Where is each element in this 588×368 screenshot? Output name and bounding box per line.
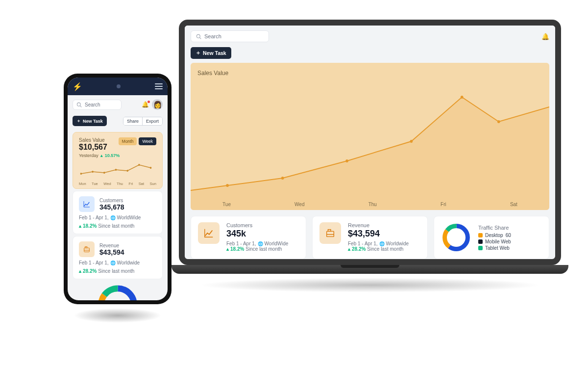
- phone-topbar: Search 🔔 👩: [68, 95, 168, 114]
- svg-rect-25: [85, 247, 87, 248]
- revenue-card: Revenue $43,594 Feb 1 - Apr 1, 🌐 Worldwi…: [312, 216, 428, 259]
- caret-up-icon: ▴: [226, 246, 229, 252]
- svg-point-0: [196, 34, 200, 38]
- bolt-icon: ⚡: [73, 82, 82, 91]
- scope-text: WorldWide: [265, 241, 289, 246]
- chart-line-icon: [203, 228, 214, 238]
- bell-icon[interactable]: 🔔: [142, 101, 149, 108]
- avatar[interactable]: 👩: [152, 99, 163, 110]
- customers-icon: [79, 196, 95, 212]
- legend-label: Mobile Web: [485, 239, 511, 244]
- traffic-share-label: Traffic Share: [478, 225, 511, 231]
- share-export-group: Share Export: [123, 117, 163, 126]
- svg-point-22: [138, 164, 140, 166]
- svg-point-7: [497, 120, 500, 123]
- svg-point-5: [410, 140, 413, 143]
- svg-line-1: [200, 37, 201, 39]
- period-text: Feb 1 - Apr 1,: [79, 215, 109, 220]
- xaxis-label: Thu: [368, 202, 377, 207]
- new-task-button[interactable]: ＋ New Task: [73, 116, 107, 126]
- sales-value-chart: Sales Value Tue Wed Thu Fri Sat: [191, 63, 549, 210]
- share-button[interactable]: Share: [123, 117, 142, 125]
- svg-point-15: [77, 103, 80, 106]
- revenue-value: $43,594: [99, 248, 124, 256]
- new-task-label: New Task: [83, 119, 103, 124]
- svg-rect-8: [327, 231, 334, 237]
- customers-label: Customers: [226, 222, 288, 228]
- search-icon: [76, 102, 82, 107]
- xaxis-label: Tue: [222, 202, 231, 207]
- sales-value-card: Sales Value $10,567 Month Week Yesterday…: [73, 132, 163, 189]
- svg-point-17: [80, 173, 82, 175]
- revenue-label: Revenue: [348, 222, 409, 228]
- search-input[interactable]: Search: [191, 30, 269, 42]
- phone-mockup: ⚡ Search 🔔 👩 ＋ New Task Share Export: [64, 74, 172, 304]
- cash-register-icon: [325, 228, 336, 238]
- phone-header: ⚡: [68, 78, 168, 95]
- traffic-donut-partial: [68, 281, 168, 300]
- new-task-button[interactable]: ＋ New Task: [191, 47, 231, 59]
- svg-point-21: [126, 170, 128, 172]
- legend-swatch: [478, 233, 483, 237]
- legend-value: 60: [506, 233, 511, 238]
- day-label: Sun: [150, 182, 156, 186]
- customers-value: 345k: [226, 229, 288, 239]
- day-label: Sat: [139, 182, 144, 186]
- stat-row: Customers 345k Feb 1 - Apr 1, 🌐 WorldWid…: [185, 210, 555, 265]
- revenue-icon: [319, 222, 341, 244]
- day-label: Wed: [103, 182, 111, 186]
- customers-value: 345,678: [99, 203, 124, 211]
- caret-up-icon: ▴: [79, 223, 81, 229]
- scope-text: Worldwide: [386, 241, 409, 246]
- globe-icon: 🌐: [110, 261, 116, 265]
- day-label: Fri: [129, 182, 133, 186]
- search-placeholder: Search: [85, 102, 100, 107]
- legend-label: Tablet Web: [485, 245, 510, 251]
- search-icon: [196, 34, 201, 39]
- delta-text: 18.2%: [230, 246, 244, 252]
- svg-rect-9: [328, 230, 331, 232]
- new-task-label: New Task: [203, 50, 226, 56]
- since-text: Since last month: [245, 246, 282, 252]
- revenue-value: $43,594: [348, 229, 409, 239]
- delta-text: 28.2%: [83, 268, 97, 274]
- chart-x-axis: Tue Wed Thu Fri Sat: [191, 202, 549, 207]
- legend-label: Desktop: [485, 233, 503, 238]
- period-text: Feb 1 - Apr 1,: [226, 241, 256, 246]
- donut-chart: [441, 222, 471, 253]
- cash-register-icon: [83, 245, 91, 253]
- line-chart-svg: [79, 161, 156, 179]
- day-label: Mon: [79, 182, 86, 186]
- caret-up-icon: ▴: [348, 246, 350, 252]
- delta-text: 28.2%: [352, 246, 366, 252]
- tab-month[interactable]: Month: [119, 137, 137, 145]
- area-chart-svg: [191, 63, 549, 210]
- scope-text: WorldWide: [117, 215, 141, 220]
- bell-icon[interactable]: 🔔: [541, 33, 549, 40]
- laptop-screen: Search 🔔 ＋ New Task Sales Value Tue Wed …: [179, 20, 561, 265]
- customers-icon: [198, 222, 220, 244]
- traffic-legend: Traffic Share Desktop 60 Mobile Web Tabl…: [478, 224, 511, 252]
- tab-week[interactable]: Week: [139, 137, 156, 145]
- donut-chart: [91, 283, 145, 300]
- delta-text: 18.2%: [83, 223, 97, 229]
- svg-point-19: [103, 172, 105, 174]
- export-button[interactable]: Export: [142, 117, 162, 125]
- caret-up-icon: ▴: [100, 153, 103, 158]
- xaxis-label: Wed: [294, 202, 304, 207]
- svg-line-16: [80, 105, 82, 107]
- search-input[interactable]: Search: [73, 100, 122, 110]
- mini-chart-days: Mon Tue Wed Thu Fri Sat Sun: [79, 182, 156, 186]
- sales-delta: 10.57%: [105, 153, 120, 158]
- phone-actions: ＋ New Task Share Export: [68, 114, 168, 130]
- caret-up-icon: ▴: [79, 268, 81, 274]
- svg-point-2: [226, 184, 229, 187]
- customers-card: Customers 345,678 Feb 1 - Apr 1, 🌐 World…: [73, 191, 163, 234]
- svg-point-4: [345, 159, 348, 162]
- period-text: Feb 1 - Apr 1,: [79, 260, 109, 265]
- svg-point-18: [92, 171, 94, 173]
- xaxis-label: Fri: [441, 202, 446, 207]
- hamburger-icon[interactable]: [155, 83, 163, 89]
- since-text: Since last month: [367, 246, 403, 252]
- since-text: Since last month: [98, 223, 134, 229]
